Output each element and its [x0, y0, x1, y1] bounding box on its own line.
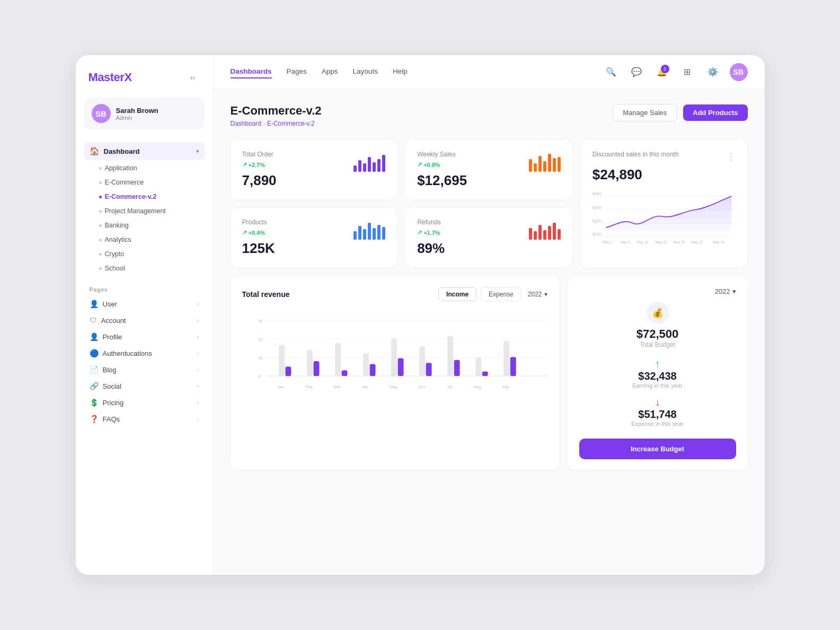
- notification-badge: 2: [661, 65, 669, 73]
- pages-section: Pages 👤 User › 🛡 Account › 👤 Profile › 🔵…: [76, 280, 213, 427]
- discount-value: $24,890: [593, 167, 736, 183]
- income-tab[interactable]: Income: [438, 287, 476, 301]
- page-title: E-Commerce-v.2: [231, 104, 322, 118]
- sidebar: MasterX ‹‹ SB Sarah Brown Admin 🏠 Dashbo…: [76, 55, 214, 575]
- page-actions: Manage Sales Add Products: [613, 104, 747, 121]
- bar-mini: [377, 225, 381, 240]
- chevron-right-icon: ›: [197, 366, 199, 373]
- pages-item-profile[interactable]: 👤 Profile ›: [84, 329, 205, 345]
- chevron-right-icon: ›: [197, 301, 199, 307]
- sidebar-sub-item-application[interactable]: Application: [84, 161, 205, 175]
- svg-text:Jun: Jun: [418, 385, 425, 390]
- page-icon: 🔗: [90, 382, 99, 390]
- pages-item-account[interactable]: 🛡 Account ›: [84, 312, 205, 328]
- chat-icon[interactable]: 💬: [628, 64, 645, 81]
- earning-stat: ↑ $32,438 Earning in this year: [632, 358, 682, 389]
- earning-arrow-up-icon: ↑: [655, 358, 660, 370]
- bar-mini: [548, 226, 551, 240]
- bar-mini: [543, 161, 546, 172]
- budget-year-label: 2022: [715, 287, 730, 295]
- pages-item-blog[interactable]: 📄 Blog ›: [84, 362, 205, 378]
- sidebar-toggle-button[interactable]: ‹‹: [185, 70, 200, 85]
- logo-text: MasterX: [89, 71, 132, 84]
- search-icon[interactable]: 🔍: [603, 64, 620, 81]
- svg-rect-36: [447, 336, 453, 376]
- breadcrumb-root: Dashboard: [231, 120, 262, 127]
- nav-link-pages[interactable]: Pages: [287, 65, 307, 78]
- year-select-budget[interactable]: 2022 ▾: [715, 287, 736, 295]
- sidebar-sub-item-project-management[interactable]: Project Management: [84, 204, 205, 218]
- user-avatar-topnav[interactable]: SB: [730, 63, 748, 81]
- stat-value: 89%: [417, 240, 445, 257]
- increase-budget-button[interactable]: Increase Budget: [579, 439, 736, 459]
- revenue-chart-container: 30 20 10 0: [242, 310, 547, 416]
- revenue-tabs: Income Expense: [438, 287, 521, 301]
- bar-mini: [363, 229, 366, 240]
- svg-rect-30: [363, 353, 369, 376]
- bar-mini: [529, 159, 532, 172]
- nav-link-layouts[interactable]: Layouts: [353, 65, 378, 78]
- sidebar-sub-item-e-commerce[interactable]: E-Commerce: [84, 176, 205, 189]
- pages-item-pricing[interactable]: 💲 Pricing ›: [84, 395, 205, 410]
- svg-text:Mar: Mar: [333, 385, 341, 390]
- mini-bar-chart: [529, 151, 561, 172]
- sidebar-sub-item-school[interactable]: School: [84, 261, 205, 275]
- discount-menu-icon[interactable]: ⋮: [726, 151, 736, 162]
- mini-bar-chart: [353, 151, 385, 172]
- notification-icon[interactable]: 🔔 2: [653, 64, 670, 81]
- add-products-button[interactable]: Add Products: [683, 104, 747, 121]
- sidebar-sub-item-banking[interactable]: Banking: [84, 218, 205, 232]
- pages-item-user[interactable]: 👤 User ›: [84, 296, 205, 312]
- line-chart-svg: $400 $300 $200 $100 May 2 May 6 May 12: [593, 187, 736, 246]
- svg-text:10: 10: [258, 356, 263, 361]
- svg-text:$100: $100: [593, 232, 602, 237]
- expense-tab[interactable]: Expense: [481, 287, 521, 301]
- svg-text:$200: $200: [593, 218, 602, 223]
- nav-link-dashboards[interactable]: Dashboards: [231, 65, 272, 78]
- svg-rect-32: [391, 339, 397, 376]
- expense-stat: ↓ $51,748 Expense in this year: [631, 396, 684, 427]
- sidebar-logo: MasterX ‹‹: [76, 55, 213, 93]
- avatar: SB: [92, 104, 111, 123]
- svg-text:May: May: [389, 385, 397, 390]
- main-content: DashboardsPagesAppsLayoutsHelp 🔍 💬 🔔 2 ⊞…: [214, 55, 765, 575]
- sidebar-item-dashboard[interactable]: 🏠 Dashboard ▾: [84, 142, 205, 160]
- sidebar-sub-item-analytics[interactable]: Analytics: [84, 233, 205, 247]
- home-icon: 🏠: [90, 146, 100, 156]
- nav-link-apps[interactable]: Apps: [322, 65, 338, 78]
- nav-link-help[interactable]: Help: [393, 65, 408, 78]
- chevron-right-icon: ›: [197, 416, 199, 422]
- chevron-down-icon: ▾: [196, 148, 199, 155]
- expense-label: Expense in this year: [631, 421, 684, 427]
- manage-sales-button[interactable]: Manage Sales: [613, 104, 677, 121]
- pages-item-faqs[interactable]: ❓ FAQs ›: [84, 411, 205, 427]
- line-chart-area: $400 $300 $200 $100 May 2 May 6 May 12: [593, 187, 736, 248]
- page-icon: ❓: [90, 415, 99, 423]
- budget-total-label: Total Budget: [640, 341, 675, 348]
- svg-text:May 6: May 6: [620, 240, 630, 244]
- svg-rect-35: [426, 363, 431, 376]
- bar-mini: [548, 154, 551, 172]
- svg-rect-24: [279, 345, 285, 377]
- sidebar-sub-item-crypto[interactable]: Crypto: [84, 247, 205, 261]
- sub-items-container: ApplicationE-CommerceE-Commerce-v.2Proje…: [84, 161, 205, 275]
- bar-mini: [553, 158, 556, 172]
- year-select[interactable]: 2022 ▾: [528, 291, 547, 298]
- bar-mini: [382, 155, 385, 172]
- settings-icon[interactable]: ⚙️: [704, 64, 721, 81]
- grid-icon[interactable]: ⊞: [679, 64, 696, 81]
- stat-change: ↗+0.8%: [417, 161, 467, 168]
- sidebar-sub-item-e-commerce-v.2[interactable]: E-Commerce-v.2: [84, 190, 205, 204]
- stat-value: 7,890: [242, 172, 277, 189]
- pages-item-social[interactable]: 🔗 Social ›: [84, 378, 205, 394]
- bar-mini: [534, 231, 537, 240]
- page-icon: 👤: [90, 332, 99, 341]
- svg-rect-41: [510, 357, 516, 376]
- svg-text:May 16: May 16: [655, 240, 667, 244]
- pages-item-authentucations[interactable]: 🔵 Authentucations ›: [84, 345, 205, 361]
- stat-value: 125K: [242, 240, 275, 257]
- svg-text:May 22: May 22: [691, 240, 703, 244]
- breadcrumb: Dashboard › E-Commerce-v.2: [231, 120, 322, 127]
- svg-text:20: 20: [258, 337, 263, 342]
- topnav: DashboardsPagesAppsLayoutsHelp 🔍 💬 🔔 2 ⊞…: [214, 55, 765, 89]
